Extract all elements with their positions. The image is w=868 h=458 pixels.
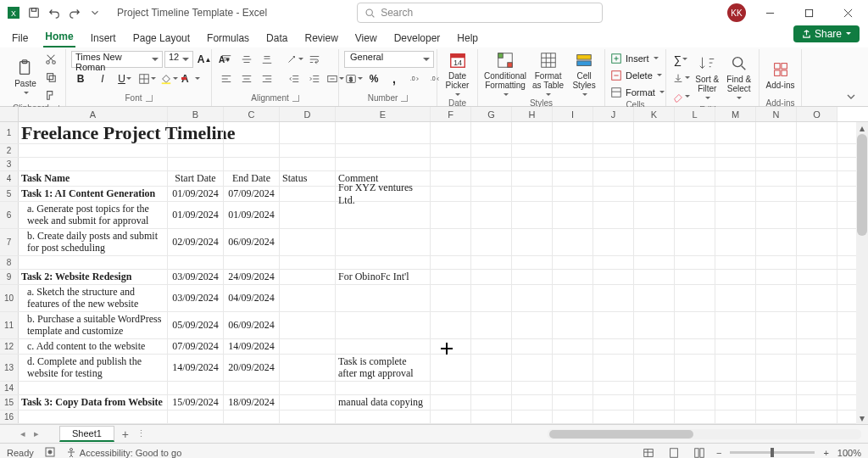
- cell[interactable]: [168, 382, 224, 394]
- cell[interactable]: [634, 285, 675, 311]
- macro-record-icon[interactable]: [44, 446, 56, 459]
- cell[interactable]: [675, 395, 715, 410]
- worksheet-grid[interactable]: 1Freelance Project Timeline234Task NameS…: [0, 122, 868, 424]
- cell[interactable]: [168, 122, 224, 143]
- cell[interactable]: [797, 339, 837, 354]
- vertical-scrollbar[interactable]: ▴ ▾: [856, 122, 868, 424]
- tab-developer[interactable]: Developer: [392, 29, 442, 47]
- cell[interactable]: [280, 285, 336, 311]
- cell[interactable]: [715, 339, 756, 354]
- cell[interactable]: [512, 270, 553, 284]
- row-header[interactable]: 9: [0, 270, 19, 284]
- row-header[interactable]: 11: [0, 312, 19, 338]
- cell[interactable]: [471, 270, 512, 284]
- cell[interactable]: [471, 171, 512, 186]
- cell[interactable]: [593, 171, 634, 186]
- align-middle-button[interactable]: [237, 51, 256, 68]
- column-header[interactable]: E: [336, 107, 431, 121]
- cell[interactable]: [634, 382, 675, 394]
- sort-filter-button[interactable]: Sort & Filter: [693, 54, 722, 102]
- select-all-corner[interactable]: [0, 107, 19, 121]
- redo-button[interactable]: [66, 4, 83, 21]
- scroll-up-button[interactable]: ▴: [856, 122, 868, 134]
- cell[interactable]: 05/09/2024: [168, 312, 224, 338]
- cell[interactable]: 06/09/2024: [224, 312, 280, 338]
- zoom-slider[interactable]: [730, 451, 815, 454]
- cell[interactable]: [280, 122, 336, 143]
- cell[interactable]: [431, 187, 471, 201]
- cell[interactable]: [553, 382, 593, 394]
- cell[interactable]: [336, 256, 431, 269]
- cell[interactable]: [675, 355, 715, 381]
- cell[interactable]: [634, 122, 675, 143]
- column-header[interactable]: N: [756, 107, 797, 121]
- tab-file[interactable]: File: [10, 29, 30, 47]
- cell[interactable]: [593, 122, 634, 143]
- user-avatar[interactable]: KK: [727, 3, 746, 22]
- column-header[interactable]: J: [593, 107, 634, 121]
- cell[interactable]: [471, 187, 512, 201]
- cell[interactable]: [512, 256, 553, 269]
- maximize-button[interactable]: [793, 1, 824, 25]
- cell[interactable]: [280, 202, 336, 228]
- column-header[interactable]: C: [224, 107, 280, 121]
- cell[interactable]: [756, 122, 797, 143]
- wrap-text-button[interactable]: [305, 51, 324, 68]
- cell[interactable]: [797, 229, 837, 255]
- cell[interactable]: Task 2: Website Redesign: [19, 270, 168, 284]
- dialog-launcher[interactable]: [146, 95, 153, 102]
- minimize-button[interactable]: [754, 1, 785, 25]
- cell[interactable]: [675, 270, 715, 284]
- column-header[interactable]: O: [797, 107, 837, 121]
- cell[interactable]: [675, 187, 715, 201]
- cell[interactable]: [19, 158, 168, 170]
- cell[interactable]: 20/09/2024: [224, 355, 280, 381]
- cell[interactable]: [336, 382, 431, 394]
- close-button[interactable]: [832, 1, 863, 25]
- cell[interactable]: [634, 171, 675, 186]
- cell[interactable]: Task is complete after mgt approval: [336, 355, 431, 381]
- cell[interactable]: [756, 312, 797, 338]
- cell[interactable]: [715, 411, 756, 423]
- dialog-launcher[interactable]: [292, 95, 299, 102]
- scroll-down-button[interactable]: ▾: [856, 412, 868, 424]
- cell[interactable]: 03/09/2024: [168, 285, 224, 311]
- cell[interactable]: [280, 312, 336, 338]
- column-header[interactable]: M: [715, 107, 756, 121]
- cell[interactable]: [634, 144, 675, 157]
- collapse-ribbon-button[interactable]: [841, 49, 861, 106]
- cell[interactable]: [715, 270, 756, 284]
- zoom-out-button[interactable]: −: [716, 448, 721, 458]
- cell[interactable]: [715, 382, 756, 394]
- cell[interactable]: [715, 229, 756, 255]
- percent-button[interactable]: %: [364, 70, 383, 87]
- cell[interactable]: [797, 144, 837, 157]
- cell[interactable]: [553, 256, 593, 269]
- number-format-select[interactable]: General: [344, 51, 434, 68]
- cell[interactable]: d. Complete and publish the website for …: [19, 355, 168, 381]
- cell[interactable]: Start Date: [168, 171, 224, 186]
- cell[interactable]: [797, 312, 837, 338]
- cell[interactable]: [553, 285, 593, 311]
- align-right-button[interactable]: [258, 70, 276, 87]
- cell[interactable]: c. Add content to the website: [19, 339, 168, 354]
- conditional-formatting-button[interactable]: Conditional Formatting: [483, 51, 527, 98]
- cell[interactable]: [19, 256, 168, 269]
- cell[interactable]: [431, 339, 471, 354]
- cell[interactable]: Task 1: AI Content Generation: [19, 187, 168, 201]
- cell[interactable]: [224, 122, 280, 143]
- cell[interactable]: [336, 339, 431, 354]
- cell-styles-button[interactable]: Cell Styles: [569, 51, 599, 98]
- cell[interactable]: [593, 339, 634, 354]
- font-color-button[interactable]: A: [181, 70, 200, 87]
- cell[interactable]: [512, 395, 553, 410]
- column-header[interactable]: D: [280, 107, 336, 121]
- cell[interactable]: [553, 395, 593, 410]
- cell[interactable]: [336, 411, 431, 423]
- cell[interactable]: End Date: [224, 171, 280, 186]
- increase-font-button[interactable]: A▲: [195, 51, 214, 68]
- cell[interactable]: [336, 122, 431, 143]
- cell[interactable]: [797, 270, 837, 284]
- cell[interactable]: [715, 144, 756, 157]
- cell[interactable]: [431, 202, 471, 228]
